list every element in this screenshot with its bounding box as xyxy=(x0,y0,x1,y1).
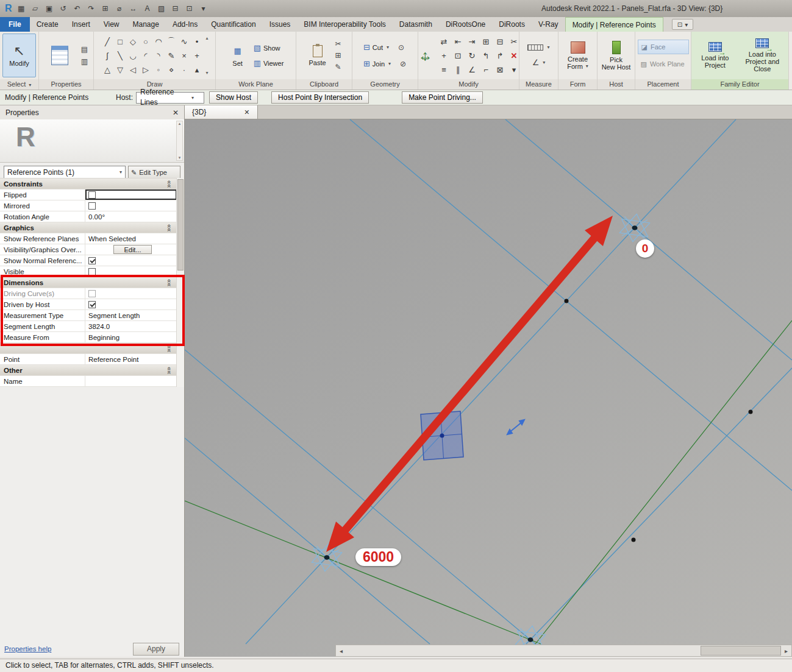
copy-icon[interactable]: ⊟ xyxy=(493,35,507,49)
properties-toggle-button[interactable] xyxy=(43,34,77,77)
revit-logo-icon[interactable]: R xyxy=(5,3,12,14)
collapse-section-icon[interactable]: «« xyxy=(166,344,173,352)
offset-left-icon[interactable]: ⇤ xyxy=(451,35,465,49)
apply-coping-icon[interactable]: ⊙ xyxy=(396,43,407,52)
match-type-icon[interactable]: ✎ xyxy=(333,63,344,71)
array-icon[interactable]: + xyxy=(437,49,451,63)
reference-lines-green[interactable] xyxy=(185,320,792,644)
draw-spline-icon[interactable]: ∿ xyxy=(177,35,190,49)
point-dot[interactable] xyxy=(749,410,753,414)
draw-diamond-icon[interactable]: ⋄ xyxy=(165,63,177,77)
close-icon[interactable]: ✕ xyxy=(173,108,179,117)
show-work-plane-button[interactable]: ▧ Show xyxy=(252,43,286,53)
param-row-rotation-angle[interactable]: Rotation Angle 0.00° xyxy=(0,211,177,222)
panel-label-family-editor[interactable]: Family Editor xyxy=(691,79,788,90)
ribbon-display-toggle[interactable]: ⊡ ▾ xyxy=(672,19,693,30)
tab-issues[interactable]: Issues xyxy=(263,17,298,32)
param-row-measurement-type[interactable]: Measurement Type Segment Length xyxy=(0,310,177,321)
default-3d-view-icon[interactable]: ▧ xyxy=(157,4,166,13)
draw-line-2-icon[interactable]: ╲ xyxy=(113,49,126,63)
scroll-left-icon[interactable]: ◂ xyxy=(336,648,346,654)
load-into-project-and-close-button[interactable]: → Load into Project and Close xyxy=(739,34,786,77)
point-dot[interactable] xyxy=(632,538,636,542)
collapse-section-icon[interactable]: «« xyxy=(166,366,173,373)
param-value[interactable]: When Selected xyxy=(85,233,177,244)
scrollbar-thumb[interactable] xyxy=(701,646,781,656)
panel-label-measure[interactable]: Measure xyxy=(519,79,558,90)
draw-curve-icon[interactable]: ∫ xyxy=(101,49,113,63)
draw-triangle-right-icon[interactable]: ▷ xyxy=(139,63,152,77)
mirrored-checkbox[interactable] xyxy=(88,202,96,210)
model-canvas[interactable]: 0 6000 ◂ ▸ xyxy=(185,119,792,657)
section-header-hidden[interactable]: «« xyxy=(0,343,177,354)
thin-lines-icon[interactable]: ⊡ xyxy=(185,4,194,13)
pin-icon[interactable]: ≡ xyxy=(437,63,451,77)
param-row-point[interactable]: Point Reference Point xyxy=(0,354,177,365)
measure-icon[interactable]: ⌀ xyxy=(115,4,124,13)
move-button[interactable]: ↔ ↕ xyxy=(416,45,435,66)
family-category-icon[interactable]: ▥ xyxy=(79,57,90,66)
param-value[interactable]: Beginning xyxy=(85,332,177,342)
section-header-graphics[interactable]: Graphics «« xyxy=(0,222,177,233)
properties-help-link[interactable]: Properties help xyxy=(4,645,51,653)
print-icon[interactable]: ⊞ xyxy=(101,4,110,13)
rotate-icon[interactable]: ↻ xyxy=(465,49,479,63)
viewer-button[interactable]: ▥ Viewer xyxy=(252,58,286,68)
draw-triangle-down-icon[interactable]: ▽ xyxy=(113,63,126,77)
scrollbar-thumb[interactable] xyxy=(177,179,184,271)
param-row-mirrored[interactable]: Mirrored xyxy=(0,200,177,211)
draw-triangle-left-icon[interactable]: ◁ xyxy=(126,63,139,77)
align-icon[interactable]: ⇄ xyxy=(437,35,451,49)
collapse-section-icon[interactable]: «« xyxy=(166,224,173,231)
edit-type-button[interactable]: ✎ Edit Type xyxy=(128,166,180,179)
draw-more-icon[interactable]: ▴ xyxy=(190,63,203,77)
section-icon[interactable]: ⊟ xyxy=(171,4,180,13)
section-header-other[interactable]: Other «« xyxy=(0,365,177,376)
panel-center-point[interactable] xyxy=(440,434,444,438)
panel-label-clipboard[interactable]: Clipboard xyxy=(296,79,352,90)
offset-right-icon[interactable]: ⇥ xyxy=(465,35,479,49)
tab-insert[interactable]: Insert xyxy=(65,17,97,32)
scale-icon[interactable]: ⊡ xyxy=(451,49,465,63)
param-row-flipped[interactable]: Flipped xyxy=(0,189,177,200)
draw-close-icon[interactable]: × xyxy=(177,49,190,63)
param-row-name[interactable]: Name xyxy=(0,376,177,387)
collapse-section-icon[interactable]: «« xyxy=(166,278,173,286)
param-row-show-normal-reference[interactable]: Show Normal Referenc... xyxy=(0,255,177,266)
tab-diroots[interactable]: DiRoots xyxy=(492,17,532,32)
panel-label-properties[interactable]: Properties xyxy=(39,79,93,90)
cut-profile-icon[interactable]: ⊠ xyxy=(493,63,507,77)
param-row-driven-by-host[interactable]: Driven by Host xyxy=(0,299,177,310)
segment-length-value[interactable]: 3824.0 xyxy=(85,321,177,331)
measure-button[interactable]: ▾ xyxy=(527,44,549,51)
extend-icon[interactable]: ↱ xyxy=(493,49,507,63)
cut-geometry-button[interactable]: ⊟ Cut ▾ xyxy=(362,42,391,52)
set-work-plane-button[interactable]: ▦ Set xyxy=(226,34,249,77)
draw-circle-icon[interactable]: ○ xyxy=(139,35,152,49)
scroll-up-icon[interactable]: ▴ xyxy=(205,35,208,41)
tab-view[interactable]: View xyxy=(97,17,126,32)
tab-file[interactable]: File xyxy=(0,17,30,32)
param-row-measure-from[interactable]: Measure From Beginning xyxy=(0,332,177,343)
show-host-button[interactable]: Show Host xyxy=(209,91,258,104)
panel-label-select[interactable]: Select ▾ xyxy=(0,79,38,90)
draw-rectangle-icon[interactable]: □ xyxy=(113,35,126,49)
draw-arc-3-icon[interactable]: ◜ xyxy=(139,49,152,63)
section-header-dimensions[interactable]: Dimensions «« xyxy=(0,277,177,288)
tab-manage[interactable]: Manage xyxy=(126,17,166,32)
open-icon[interactable]: ▱ xyxy=(30,4,40,13)
param-value[interactable]: Segment Length xyxy=(85,310,177,320)
host-point-by-intersection-button[interactable]: Host Point By Intersection xyxy=(271,91,369,104)
param-row-visible[interactable]: Visible xyxy=(0,266,177,277)
reference-point-bottom-left[interactable] xyxy=(311,542,343,573)
aligned-dimension-icon[interactable]: ↔ xyxy=(129,4,138,13)
modify-button[interactable]: ↖ Modify xyxy=(2,34,36,77)
draw-pick-icon[interactable]: ✎ xyxy=(165,49,177,63)
panel-label-placement[interactable]: Placement xyxy=(635,79,691,90)
param-value[interactable]: Reference Point xyxy=(85,354,177,364)
cut-to-clipboard-icon[interactable]: ✂ xyxy=(333,40,344,48)
draw-plus-icon[interactable]: + xyxy=(190,49,203,63)
draw-fillet-arc-icon[interactable]: ⌒ xyxy=(165,35,177,49)
draw-triangle-icon[interactable]: △ xyxy=(101,63,113,77)
host-dropdown[interactable]: Reference Lines ▾ xyxy=(136,92,204,104)
